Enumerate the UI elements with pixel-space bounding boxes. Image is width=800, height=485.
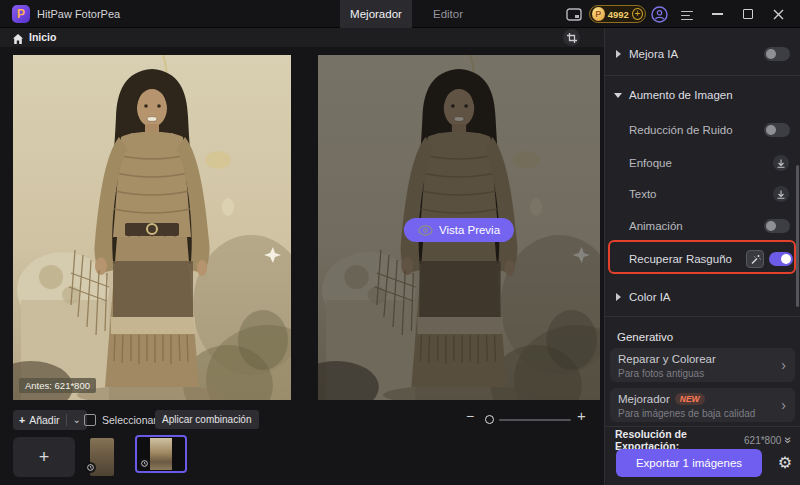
clock-icon	[139, 458, 150, 469]
card-reparar-colorear[interactable]: Reparar y Colorear Para fotos antiguas ›	[610, 348, 795, 382]
export-button[interactable]: Exportar 1 imágenes	[616, 449, 762, 477]
export-resolution-value: 621*800	[744, 435, 781, 446]
tab-mejorador[interactable]: Mejorador	[340, 0, 412, 28]
sidebar-item-color-ia[interactable]: Color IA	[605, 284, 800, 310]
sidebar-item-animacion[interactable]: Animación	[605, 213, 800, 239]
sidebar-item-label: Mejora IA	[629, 48, 678, 60]
minimize-button[interactable]	[709, 0, 725, 28]
monitor-icon[interactable]	[564, 0, 584, 28]
sidebar-item-label: Color IA	[629, 291, 671, 303]
sidebar-scrollbar[interactable]	[796, 165, 799, 307]
title-bar: P HitPaw FotorPea Mejorador Editor P 499…	[0, 0, 800, 28]
viewer-area: Antes: 621*800 Vista Previa	[0, 47, 604, 405]
sidebar-item-reduccion-ruido[interactable]: Reducción de Ruido	[605, 117, 800, 143]
coin-balance[interactable]: P 4992 +	[589, 5, 646, 23]
preview-button[interactable]: Vista Previa	[404, 218, 514, 242]
before-image: Antes: 621*800	[13, 55, 291, 400]
zoom-in-button[interactable]: +	[577, 407, 586, 424]
account-icon[interactable]	[649, 0, 669, 28]
download-icon[interactable]	[773, 186, 789, 202]
sidebar-item-enfoque[interactable]: Enfoque	[605, 150, 800, 176]
app-window: P HitPaw FotorPea Mejorador Editor P 499…	[0, 0, 800, 485]
card-subtitle: Para fotos antiguas	[618, 368, 787, 379]
sidebar-item-label: Enfoque	[629, 157, 672, 169]
chevron-right-icon	[616, 293, 621, 301]
thumbnail-2-selected[interactable]	[135, 435, 187, 473]
divider	[605, 75, 800, 76]
divider	[66, 414, 67, 426]
export-button-label: Exportar 1 imágenes	[636, 457, 742, 469]
apply-combination-label: Aplicar combinación	[162, 414, 252, 425]
add-coins-icon[interactable]: +	[632, 8, 643, 20]
tab-label: Mejorador	[350, 8, 402, 20]
breadcrumb[interactable]: Inicio	[29, 31, 56, 43]
select-all-checkbox[interactable]	[84, 414, 96, 426]
menu-icon[interactable]	[681, 0, 695, 28]
export-resolution-row[interactable]: Resolución de Exportación: 621*800 »	[615, 430, 792, 450]
sidebar-item-texto[interactable]: Texto	[605, 181, 800, 207]
reduccion-ruido-toggle[interactable]	[764, 123, 790, 137]
coin-value: 4992	[608, 9, 629, 20]
card-mejorador[interactable]: Mejorador NEW Para imágenes de baja cali…	[610, 388, 795, 422]
chevron-right-icon: ›	[781, 357, 786, 373]
after-image: Vista Previa	[318, 55, 600, 400]
tab-label: Editor	[433, 8, 463, 20]
sidebar-section-aumento[interactable]: Aumento de Imagen	[605, 82, 800, 108]
maximize-button[interactable]	[740, 0, 756, 28]
divider	[605, 316, 800, 317]
download-icon[interactable]	[773, 155, 789, 171]
add-button-label: Añadir	[29, 414, 59, 426]
add-button[interactable]: + Añadir ⌄	[13, 410, 87, 430]
sidebar-item-label: Recuperar Rasguño	[629, 253, 732, 265]
add-image-tile[interactable]: +	[13, 437, 75, 477]
divider	[605, 426, 800, 427]
recuperar-rasguno-toggle[interactable]	[769, 252, 793, 266]
card-title: Mejorador	[618, 393, 670, 405]
eye-icon	[418, 225, 433, 236]
apply-combination-button[interactable]: Aplicar combinación	[155, 410, 259, 429]
tab-editor[interactable]: Editor	[418, 0, 478, 28]
app-logo-icon: P	[12, 5, 30, 23]
plus-icon: +	[19, 414, 25, 426]
preview-button-label: Vista Previa	[439, 224, 500, 236]
before-size-badge: Antes: 621*800	[19, 378, 96, 393]
gear-icon[interactable]: ⚙	[778, 453, 792, 472]
zoom-slider-track[interactable]	[499, 419, 571, 421]
plus-icon: +	[39, 447, 50, 468]
magic-wand-icon[interactable]	[746, 250, 764, 268]
chevron-right-icon: ›	[781, 397, 786, 413]
mejora-ia-toggle[interactable]	[764, 47, 790, 61]
crop-button[interactable]	[563, 29, 580, 46]
sidebar-item-label: Reducción de Ruido	[629, 124, 733, 136]
thumbnail-1[interactable]	[90, 438, 114, 476]
sidebar-item-label: Animación	[629, 220, 683, 232]
sidebar-item-mejora-ia[interactable]: Mejora IA	[605, 41, 800, 67]
animacion-toggle[interactable]	[764, 219, 790, 233]
section-generativo: Generativo	[617, 331, 673, 343]
app-title: HitPaw FotorPea	[37, 8, 120, 20]
new-badge: NEW	[675, 393, 705, 405]
card-title: Reparar y Colorear	[618, 353, 787, 365]
double-chevron-down-icon[interactable]: »	[782, 437, 796, 444]
zoom-out-button[interactable]: −	[466, 408, 474, 424]
section-label: Aumento de Imagen	[629, 89, 733, 101]
sidebar: Mejora IA Aumento de Imagen Reducción de…	[604, 28, 800, 485]
chevron-down-icon	[614, 93, 622, 98]
thumbnail-image	[150, 438, 172, 470]
chevron-down-icon[interactable]: ⌄	[73, 416, 81, 424]
breadcrumb-bar: Inicio	[0, 28, 604, 47]
sidebar-item-label: Texto	[629, 188, 657, 200]
sidebar-item-recuperar-rasguno[interactable]: Recuperar Rasguño	[605, 246, 800, 272]
clock-icon	[85, 462, 96, 473]
card-subtitle: Para imágenes de baja calidad	[618, 408, 787, 419]
home-icon[interactable]	[12, 31, 24, 49]
coin-icon: P	[592, 7, 605, 21]
close-button[interactable]	[770, 0, 786, 28]
zoom-slider-knob[interactable]	[485, 415, 494, 424]
chevron-right-icon	[616, 50, 621, 58]
